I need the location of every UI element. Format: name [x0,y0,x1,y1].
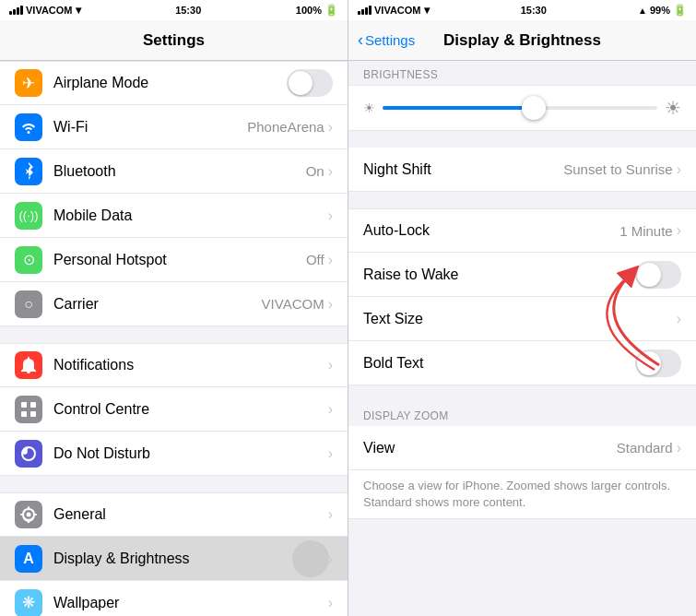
view-label: View [363,440,617,456]
brightness-thumb[interactable] [522,96,546,120]
view-value: Standard [617,440,673,456]
separator-1 [0,326,348,343]
raisetowake-label: Raise to Wake [363,267,635,283]
autolock-label: Auto-Lock [363,222,619,239]
left-nav-bar: Settings [0,20,348,61]
signal-bar-4 [20,6,23,15]
raisetowake-toggle[interactable] [635,261,681,289]
r-signal-bar-2 [361,9,364,15]
svg-rect-3 [30,411,36,417]
bluetooth-icon [15,158,42,185]
row-airplane[interactable]: ✈ Airplane Mode [0,61,348,105]
right-status-right: ▲ 99% 🔋 [638,4,687,17]
row-controlcentre[interactable]: Control Centre › [0,387,348,432]
night-shift-label: Night Shift [363,161,563,178]
left-status-left: VIVACOM ▾ [9,4,81,17]
signal-bar-3 [17,7,19,15]
general-label: General [53,506,328,523]
right-spacer-1 [348,131,696,148]
row-view[interactable]: View Standard › [348,426,696,470]
controlcentre-icon [15,396,42,423]
back-button[interactable]: ‹ Settings [358,30,415,50]
brightness-track [383,106,657,110]
hotspot-label: Personal Hotspot [53,252,306,268]
row-carrier[interactable]: ○ Carrier VIVACOM › [0,282,348,326]
r-signal-bar-4 [369,6,372,15]
bluetooth-chevron: › [328,163,333,180]
boldtext-knob [637,351,661,375]
signal-bar-1 [9,11,12,15]
carrier-value: VIVACOM [262,296,324,312]
boldtext-toggle[interactable] [635,349,681,377]
right-location-icon: ▲ [638,6,647,16]
carrier-label: Carrier [53,296,262,313]
donotdisturb-label: Do Not Disturb [53,445,328,462]
airplane-toggle-knob [289,71,313,95]
bluetooth-value: On [306,163,324,179]
brightness-row[interactable]: ☀ ☀ [348,85,696,131]
tap-indicator [292,540,329,577]
night-shift-value: Sunset to Sunrise [563,161,672,177]
airplane-toggle[interactable] [287,69,333,97]
svg-rect-0 [21,402,27,408]
carrier-chevron: › [328,296,333,313]
right-battery-icon: 🔋 [673,4,687,17]
row-night-shift[interactable]: Night Shift Sunset to Sunrise › [348,148,696,192]
right-spacer-2 [348,192,696,208]
mobile-chevron: › [328,207,333,224]
general-icon [15,501,42,528]
back-chevron-icon: ‹ [358,30,363,50]
brightness-section-header: BRIGHTNESS [348,61,696,85]
row-autolock[interactable]: Auto-Lock 1 Minute › [348,208,696,253]
airplane-icon: ✈ [15,69,42,97]
row-bluetooth[interactable]: Bluetooth On › [0,149,348,194]
raisetowake-knob [637,263,661,287]
row-wifi[interactable]: Wi-Fi PhoneArena › [0,105,348,149]
row-general[interactable]: General › [0,492,348,537]
right-status-bar: VIVACOM ▾ 15:30 ▲ 99% 🔋 [348,0,696,20]
wallpaper-label: Wallpaper [53,595,328,611]
left-panel: VIVACOM ▾ 15:30 100% 🔋 Settings ✈ Airpla… [0,0,348,616]
textsize-chevron: › [677,311,681,327]
night-shift-chevron: › [677,161,681,178]
display-label: Display & Brightness [53,551,328,567]
section-group-3: General › A Display & Brightness › ❋ Wal… [0,492,348,616]
brightness-slider[interactable] [383,95,657,121]
hotspot-icon: ⊙ [15,246,42,274]
airplane-label: Airplane Mode [53,75,287,91]
row-donotdisturb[interactable]: Do Not Disturb › [0,432,348,476]
row-hotspot[interactable]: ⊙ Personal Hotspot Off › [0,238,348,282]
display-chevron: › [328,551,333,567]
right-time: 15:30 [521,5,547,16]
view-description: Choose a view for iPhone. Zoomed shows l… [348,470,696,519]
brightness-low-icon: ☀ [363,101,375,115]
section-group-2: Notifications › Control Centre › Do Not … [0,343,348,476]
brightness-fill [383,106,534,110]
r-signal-bar-3 [365,7,368,15]
row-notifications[interactable]: Notifications › [0,343,348,387]
row-textsize[interactable]: Text Size › [348,297,696,341]
row-boldtext[interactable]: Bold Text [348,341,696,385]
right-nav-title: Display & Brightness [443,31,601,50]
row-mobile[interactable]: ((·)) Mobile Data › [0,194,348,238]
right-status-left: VIVACOM ▾ [358,4,430,17]
controlcentre-label: Control Centre [53,401,328,418]
separator-2 [0,476,348,492]
svg-point-4 [27,513,31,517]
back-label: Settings [365,32,415,48]
notifications-chevron: › [328,357,333,373]
general-chevron: › [328,506,333,523]
wifi-icon [15,113,42,141]
right-panel: VIVACOM ▾ 15:30 ▲ 99% 🔋 ‹ Settings Displ… [348,0,696,616]
battery-percent: 100% [296,5,322,16]
bluetooth-label: Bluetooth [53,163,306,180]
row-raisetowake[interactable]: Raise to Wake [348,253,696,297]
right-signal-bars [358,6,372,15]
row-wallpaper[interactable]: ❋ Wallpaper › [0,581,348,616]
left-nav-title: Settings [143,31,205,50]
row-display[interactable]: A Display & Brightness › [0,537,348,581]
left-carrier-label: VIVACOM [26,5,73,16]
donotdisturb-icon [15,440,42,468]
right-nav-bar: ‹ Settings Display & Brightness [348,20,696,61]
wifi-status-icon: ▾ [76,4,81,17]
